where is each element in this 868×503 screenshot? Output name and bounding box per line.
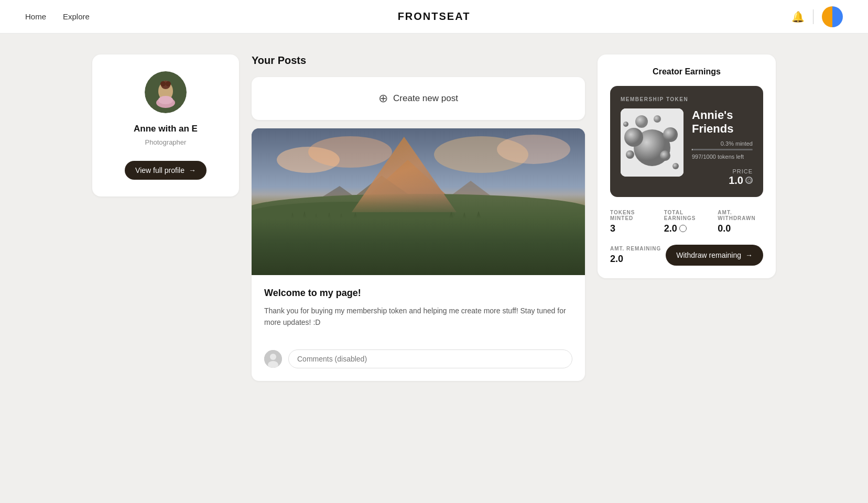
- nav-left: Home Explore: [25, 12, 90, 21]
- earnings-bottom-row: AMT. REMAINING 2.0 Withdraw remaining →: [610, 245, 763, 266]
- post-title: Welcome to my page!: [264, 288, 572, 299]
- svg-point-38: [663, 127, 678, 142]
- svg-point-37: [624, 128, 643, 147]
- token-minted-left: 997/1000 tokens left: [692, 154, 753, 160]
- withdraw-label: Withdraw remaining: [676, 251, 741, 259]
- earnings-title: Creator Earnings: [610, 67, 763, 76]
- svg-marker-21: [298, 211, 311, 236]
- comment-input[interactable]: [288, 349, 572, 368]
- svg-point-4: [160, 81, 166, 86]
- token-price-label: PRICE: [692, 168, 753, 174]
- token-info: Annie's Friends 0.3% minted 997/1000 tok…: [692, 108, 753, 187]
- left-panel: Anne with an E Photographer View full pr…: [92, 54, 239, 381]
- svg-point-5: [166, 81, 171, 86]
- svg-marker-22: [311, 213, 323, 234]
- token-badge-label: MEMBERSHIP TOKEN: [621, 96, 753, 102]
- post-card: Welcome to my page! Thank you for buying…: [252, 128, 585, 381]
- token-minted-pct: 0.3% minted: [721, 140, 753, 147]
- svg-point-39: [635, 115, 648, 128]
- profile-role: Photographer: [145, 138, 187, 146]
- svg-marker-27: [458, 212, 471, 234]
- svg-point-31: [313, 252, 334, 262]
- svg-point-43: [672, 163, 679, 169]
- svg-rect-29: [252, 249, 585, 275]
- avatar: [145, 71, 187, 113]
- posts-section-title: Your Posts: [252, 54, 585, 67]
- plus-circle-icon: ⊕: [378, 92, 388, 105]
- amt-remaining-value: 2.0: [610, 254, 661, 265]
- svg-point-7: [158, 96, 173, 104]
- chain-icon: ⬡: [745, 177, 753, 184]
- svg-rect-17: [252, 207, 585, 275]
- arrow-icon: →: [189, 166, 196, 174]
- post-text: Thank you for buying my membership token…: [264, 305, 572, 329]
- token-card: MEMBERSHIP TOKEN: [610, 86, 763, 197]
- view-profile-button[interactable]: View full profile →: [125, 161, 207, 180]
- nav-explore[interactable]: Explore: [63, 12, 90, 21]
- svg-point-30: [264, 250, 279, 258]
- total-earnings-label: TOTAL EARNINGS: [664, 210, 710, 221]
- amt-withdrawn-value: 0.0: [718, 223, 763, 234]
- svg-marker-28: [471, 211, 486, 233]
- nav-divider: [813, 9, 813, 24]
- svg-point-33: [270, 354, 276, 360]
- chain-icon-earnings: [679, 225, 687, 232]
- amt-remaining-block: AMT. REMAINING 2.0: [610, 246, 661, 265]
- svg-point-10: [308, 136, 392, 168]
- svg-point-42: [654, 115, 661, 123]
- svg-point-19: [252, 202, 455, 228]
- tokens-minted-label: TOKENS MINTED: [610, 210, 656, 221]
- total-earnings-value: 2.0: [664, 223, 710, 234]
- right-panel: Creator Earnings MEMBERSHIP TOKEN: [598, 54, 776, 381]
- navbar: Home Explore FRONTSEAT 🔔: [0, 0, 868, 34]
- post-image: [252, 128, 585, 275]
- commenter-avatar: [264, 350, 282, 368]
- profile-card: Anne with an E Photographer View full pr…: [92, 54, 239, 196]
- svg-marker-26: [444, 211, 458, 233]
- create-post-label: Create new post: [393, 93, 458, 104]
- create-post-button[interactable]: ⊕ Create new post: [252, 77, 585, 120]
- svg-point-40: [660, 150, 670, 161]
- svg-point-44: [623, 122, 628, 127]
- nav-home[interactable]: Home: [25, 12, 46, 21]
- middle-panel: Your Posts ⊕ Create new post: [252, 54, 585, 381]
- main-content: Anne with an E Photographer View full pr…: [67, 34, 801, 402]
- tokens-minted-value: 3: [610, 223, 656, 234]
- arrow-right-icon: →: [745, 251, 753, 259]
- token-name: Annie's Friends: [692, 108, 753, 136]
- svg-marker-23: [323, 212, 335, 236]
- tokens-minted-stat: TOKENS MINTED 3: [610, 210, 656, 234]
- svg-marker-20: [287, 212, 298, 233]
- view-profile-label: View full profile: [135, 166, 185, 174]
- svg-marker-25: [348, 212, 363, 236]
- comment-section: [252, 341, 585, 381]
- svg-marker-24: [334, 213, 348, 235]
- svg-point-18: [252, 194, 585, 225]
- earnings-card: Creator Earnings MEMBERSHIP TOKEN: [598, 54, 776, 278]
- post-body: Welcome to my page! Thank you for buying…: [252, 275, 585, 341]
- token-price-value: 1.0 ⬡: [692, 174, 753, 187]
- profile-name: Anne with an E: [134, 124, 198, 134]
- notification-icon[interactable]: 🔔: [791, 10, 805, 23]
- user-avatar[interactable]: [822, 6, 843, 27]
- app-logo: FRONTSEAT: [398, 10, 471, 23]
- earnings-stats: TOKENS MINTED 3 TOTAL EARNINGS 2.0 AMT. …: [610, 210, 763, 234]
- amt-remaining-label: AMT. REMAINING: [610, 246, 661, 252]
- amt-withdrawn-stat: AMT. WITHDRAWN 0.0: [718, 210, 763, 234]
- amt-withdrawn-label: AMT. WITHDRAWN: [718, 210, 763, 221]
- svg-point-12: [497, 135, 570, 164]
- total-earnings-stat: TOTAL EARNINGS 2.0: [664, 210, 710, 234]
- token-image: [621, 108, 683, 177]
- svg-point-41: [626, 150, 634, 159]
- withdraw-button[interactable]: Withdraw remaining →: [666, 245, 763, 266]
- nav-right: 🔔: [791, 6, 843, 27]
